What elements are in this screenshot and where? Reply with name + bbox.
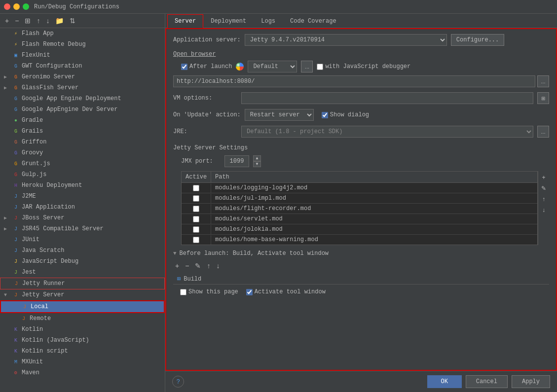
- show-dialog-label[interactable]: Show dialog: [322, 111, 369, 118]
- table-add-button[interactable]: +: [540, 173, 547, 182]
- sidebar-item-gradle[interactable]: ● Gradle: [0, 115, 165, 126]
- jmx-port-input[interactable]: [224, 155, 249, 167]
- sidebar-item-grails[interactable]: G Grails: [0, 126, 165, 137]
- sidebar-item-google-app-engine[interactable]: G Google App Engine Deployment: [0, 93, 165, 104]
- sidebar-item-flash-app[interactable]: ⚡ Flash App: [0, 28, 165, 39]
- configure-button[interactable]: Configure...: [451, 34, 504, 46]
- copy-config-button[interactable]: ⊞: [23, 16, 33, 26]
- module-checkbox-1[interactable]: [193, 195, 199, 202]
- apply-button[interactable]: Apply: [512, 375, 550, 388]
- folder-button[interactable]: 📁: [53, 16, 66, 26]
- sidebar-item-remote[interactable]: J Remote: [0, 313, 165, 324]
- remove-config-button[interactable]: −: [13, 16, 21, 26]
- browser-dots-button[interactable]: ...: [301, 61, 313, 72]
- jmx-port-up[interactable]: ▲: [253, 155, 261, 161]
- show-this-page-label[interactable]: Show this page: [180, 288, 238, 295]
- sidebar-item-java-scratch[interactable]: J Java Scratch: [0, 245, 165, 256]
- expand-arrow-jetty: ▼: [4, 292, 11, 298]
- sidebar-item-jetty-runner[interactable]: J Jetty Runner: [0, 278, 165, 289]
- browser-select[interactable]: Default: [248, 61, 297, 72]
- sidebar-item-kotlin[interactable]: K Kotlin: [0, 324, 165, 335]
- application-server-select[interactable]: Jetty 9.4.7.v20170914: [245, 34, 447, 46]
- jsr45-icon: J: [12, 225, 20, 233]
- close-button[interactable]: [4, 3, 10, 10]
- sidebar-item-groovy[interactable]: G Groovy: [0, 147, 165, 158]
- on-update-select[interactable]: Restart server: [245, 109, 314, 121]
- sidebar-item-jar[interactable]: J JAR Application: [0, 202, 165, 213]
- sidebar-item-j2me[interactable]: J J2ME: [0, 191, 165, 202]
- module-checkbox-2[interactable]: [193, 206, 199, 212]
- after-launch-checkbox[interactable]: [181, 64, 187, 70]
- sidebar-item-local[interactable]: J Local: [0, 300, 165, 313]
- jre-select[interactable]: Default (1.8 - project SDK): [241, 126, 533, 138]
- before-launch-remove[interactable]: −: [183, 261, 191, 271]
- url-dots-button[interactable]: ...: [537, 75, 549, 87]
- tab-deployment[interactable]: Deployment: [203, 14, 254, 28]
- move-up-button[interactable]: ↑: [35, 16, 42, 26]
- before-launch-up[interactable]: ↑: [205, 261, 212, 271]
- activate-tool-window-text: Activate tool window: [255, 288, 326, 295]
- table-up-button[interactable]: ↑: [540, 195, 547, 204]
- cancel-button[interactable]: Cancel: [466, 375, 508, 388]
- with-js-debugger-label[interactable]: with JavaScript debugger: [317, 63, 410, 70]
- sidebar-item-junit[interactable]: J JUnit: [0, 234, 165, 245]
- url-input[interactable]: [173, 75, 535, 87]
- sidebar-item-kotlin-script[interactable]: K Kotlin script: [0, 346, 165, 356]
- sidebar-item-glassfish[interactable]: ▶ G GlassFish Server: [0, 82, 165, 93]
- jmx-port-down[interactable]: ▼: [253, 161, 261, 167]
- sort-button[interactable]: ⇅: [68, 16, 77, 26]
- sidebar-item-kotlin-javascript[interactable]: K Kotlin (JavaScript): [0, 335, 165, 346]
- show-this-page-checkbox[interactable]: [180, 289, 186, 295]
- tab-code-coverage[interactable]: Code Coverage: [283, 14, 344, 28]
- activate-tool-window-label[interactable]: Activate tool window: [246, 288, 326, 295]
- table-row: modules/jolokia.mod: [182, 224, 537, 235]
- sidebar-item-jetty-server[interactable]: ▼ J Jetty Server: [0, 289, 165, 300]
- with-js-debugger-checkbox[interactable]: [317, 64, 323, 70]
- vm-options-input[interactable]: [241, 92, 533, 104]
- jre-dots-button[interactable]: ...: [537, 126, 549, 138]
- browser-icon: [236, 63, 244, 71]
- after-launch-checkbox-label[interactable]: After launch: [181, 63, 232, 70]
- add-config-button[interactable]: +: [3, 16, 11, 26]
- table-down-button[interactable]: ↓: [540, 206, 547, 214]
- sidebar-item-heroku[interactable]: H Heroku Deployment: [0, 180, 165, 191]
- before-launch-expand[interactable]: ▼: [173, 250, 177, 256]
- vm-options-expand-button[interactable]: ⊞: [537, 92, 549, 104]
- sidebar-item-label: Maven: [22, 369, 39, 376]
- sidebar-item-jest[interactable]: J Jest: [0, 267, 165, 278]
- sidebar-item-gulp[interactable]: G Gulp.js: [0, 169, 165, 180]
- sidebar-item-gwt[interactable]: G GWT Configuration: [0, 61, 165, 71]
- before-launch-edit[interactable]: ✎: [193, 261, 203, 271]
- sidebar-item-google-appengine-dev[interactable]: G Google AppEngine Dev Server: [0, 104, 165, 115]
- table-edit-button[interactable]: ✎: [540, 184, 547, 193]
- before-launch-down[interactable]: ↓: [214, 261, 222, 271]
- sidebar-item-jsr45[interactable]: ▶ J JSR45 Compatible Server: [0, 223, 165, 234]
- help-button[interactable]: ?: [172, 376, 184, 388]
- module-checkbox-4[interactable]: [193, 226, 199, 233]
- sidebar-item-jboss[interactable]: ▶ J JBoss Server: [0, 213, 165, 223]
- sidebar-item-grunt[interactable]: G Grunt.js: [0, 158, 165, 169]
- sidebar-item-maven[interactable]: ⚙ Maven: [0, 367, 165, 378]
- sidebar-item-javascript-debug[interactable]: J JavaScript Debug: [0, 256, 165, 267]
- window-controls[interactable]: [4, 3, 29, 10]
- sidebar-item-flexunit[interactable]: ▣ FlexUnit: [0, 50, 165, 61]
- show-dialog-checkbox[interactable]: [322, 112, 328, 118]
- tab-server[interactable]: Server: [167, 14, 203, 28]
- module-checkbox-3[interactable]: [193, 216, 199, 222]
- before-launch-add[interactable]: +: [173, 261, 181, 271]
- module-checkbox-0[interactable]: [193, 185, 199, 191]
- activate-tool-window-checkbox[interactable]: [246, 289, 253, 295]
- maximize-button[interactable]: [23, 3, 29, 10]
- sidebar-item-griffon[interactable]: G Griffon: [0, 137, 165, 147]
- sidebar-item-geronimo[interactable]: ▶ G Geronimo Server: [0, 71, 165, 82]
- sidebar-item-flash-remote-debug[interactable]: ⚡ Flash Remote Debug: [0, 39, 165, 50]
- sidebar-item-mxunit[interactable]: M MXUnit: [0, 356, 165, 367]
- tab-logs[interactable]: Logs: [254, 14, 283, 28]
- ok-button[interactable]: OK: [427, 375, 462, 388]
- right-panel: Server Deployment Logs Code Coverage App…: [165, 14, 557, 392]
- jmx-port-arrows: ▲ ▼: [253, 155, 261, 167]
- minimize-button[interactable]: [13, 3, 20, 10]
- sidebar-item-label: Kotlin: [22, 326, 43, 333]
- move-down-button[interactable]: ↓: [44, 16, 51, 26]
- module-checkbox-5[interactable]: [193, 237, 199, 243]
